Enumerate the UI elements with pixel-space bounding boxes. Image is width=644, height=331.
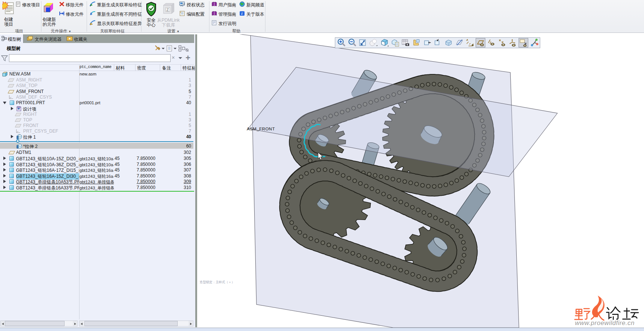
svg-text:ASM_FRONT: ASM_FRONT [247,127,275,131]
